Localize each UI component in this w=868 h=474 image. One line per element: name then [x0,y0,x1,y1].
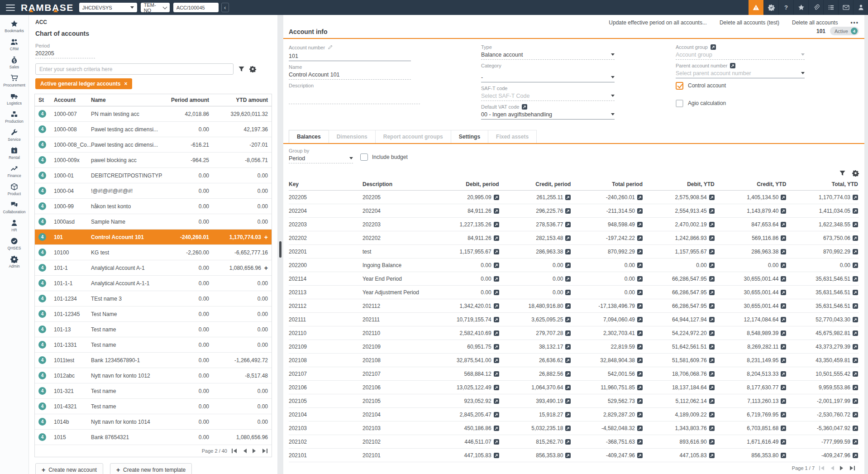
drilldown-link-icon[interactable] [637,398,643,404]
drilldown-link-icon[interactable] [637,385,643,390]
drilldown-link-icon[interactable] [853,344,858,350]
panel-scrollbar[interactable] [277,15,283,474]
control-account-checkbox[interactable] [676,82,683,90]
drilldown-link-icon[interactable] [565,412,571,417]
balance-row[interactable]: 2021122021121,342,420.0118,480,916.80-17… [289,299,859,313]
drilldown-link-icon[interactable] [565,208,571,214]
drilldown-link-icon[interactable] [637,235,643,241]
balance-row[interactable]: 202114Year End Period0.000.000.0066,286,… [289,272,859,286]
drilldown-link-icon[interactable] [853,453,858,458]
app-logo[interactable]: RAMBASE [21,0,74,15]
drilldown-link-icon[interactable] [781,208,786,214]
drilldown-link-icon[interactable] [709,398,715,404]
list-icon[interactable] [823,0,838,15]
drilldown-link-icon[interactable] [709,426,715,431]
prev-page-button[interactable] [242,448,247,454]
sidebar-item-qhses[interactable]: QHSES [0,235,29,253]
filter-chip[interactable]: Active general ledger accounts × [35,78,132,89]
favorites-star-icon[interactable] [793,0,808,15]
account-row[interactable]: 41014bNytt navn for konto 10140.000.00 [35,414,272,430]
account-row[interactable]: 4101-1331Test name0.000.00 [35,337,272,353]
include-budget-checkbox-row[interactable]: Include budget [360,153,408,161]
balance-row[interactable]: 20220520220520,995.09261,255.11-240,260.… [289,191,859,204]
drilldown-link-icon[interactable] [781,276,786,282]
alert-icon[interactable] [749,0,763,15]
agio-calculation-checkbox-row[interactable]: Agio calculation [676,100,859,107]
drilldown-link-icon[interactable] [494,195,499,200]
tab-dimensions[interactable]: Dimensions [329,130,376,143]
drilldown-link-icon[interactable] [781,398,786,404]
drilldown-link-icon[interactable] [565,235,571,241]
tab-report-account-groups[interactable]: Report account groups [375,130,451,143]
sidebar-item-bookmarks[interactable]: Bookmarks [0,17,29,35]
drilldown-link-icon[interactable] [637,412,643,417]
balance-row[interactable]: 2021042021042,845,205.4715,918.272,829,2… [289,408,859,421]
sidebar-item-collaboration[interactable]: Collaboration [0,198,29,216]
sidebar-item-service[interactable]: Service [0,126,29,144]
drilldown-link-icon[interactable] [494,276,499,282]
account-row[interactable]: 41000-009xpawel blocking acc-964.25-8,05… [35,153,272,168]
drilldown-link-icon[interactable] [637,276,643,282]
open-link-icon[interactable] [711,44,716,50]
drilldown-link-icon[interactable] [494,235,499,241]
tab-fixed-assets[interactable]: Fixed assets [488,130,537,143]
drilldown-link-icon[interactable] [709,290,715,295]
drilldown-link-icon[interactable] [709,222,715,227]
balance-row[interactable]: 202102202102446,511.07815,262.70-368,751… [289,435,859,449]
agio-calculation-checkbox[interactable] [676,100,683,107]
drilldown-link-icon[interactable] [494,303,499,309]
drilldown-link-icon[interactable] [565,276,571,282]
account-row[interactable]: 41011testBank 1234567890-10.00-1,266,492… [35,353,272,368]
drilldown-link-icon[interactable] [637,371,643,377]
drilldown-link-icon[interactable] [853,263,858,268]
balance-row[interactable]: 20220420220484,911.26296,225.76-211,314.… [289,204,859,218]
last-page-button[interactable] [262,448,267,454]
drilldown-link-icon[interactable] [565,290,571,295]
drilldown-link-icon[interactable] [709,439,715,445]
drilldown-link-icon[interactable] [565,358,571,363]
first-page-button[interactable] [820,465,825,471]
drilldown-link-icon[interactable] [709,371,715,377]
drilldown-link-icon[interactable] [637,290,643,295]
drilldown-link-icon[interactable] [781,303,786,309]
balance-row[interactable]: 202113Year Adjustment Period0.000.000.00… [289,286,859,299]
drilldown-link-icon[interactable] [853,303,858,309]
paperclip-icon[interactable] [808,0,823,15]
sidebar-item-admin[interactable]: Admin [0,253,29,271]
create-from-template-button[interactable]: +Create new from template [110,463,192,474]
expand-plus-icon[interactable]: + [264,234,268,241]
drilldown-link-icon[interactable] [637,344,643,350]
tab-settings[interactable]: Settings [451,130,488,143]
account-row[interactable]: 4101-4321Test name0.000.00 [35,399,272,414]
balance-row[interactable]: 2022032022031,227,135.26278,536.77948,59… [289,218,859,231]
help-icon[interactable]: ? [778,0,793,15]
drilldown-link-icon[interactable] [709,235,715,241]
include-budget-checkbox[interactable] [360,153,368,161]
drilldown-link-icon[interactable] [637,195,643,200]
drilldown-link-icon[interactable] [637,303,643,309]
control-account-checkbox-row[interactable]: Control account [676,82,859,90]
drilldown-link-icon[interactable] [781,317,786,322]
drilldown-link-icon[interactable] [565,385,571,390]
period-field[interactable]: Period 202205 [35,43,95,58]
scrollbar-thumb[interactable] [279,241,281,258]
drilldown-link-icon[interactable] [853,371,858,377]
account-row[interactable]: 4101-321Test name0.000.00 [35,383,272,399]
drilldown-link-icon[interactable] [565,439,571,445]
user-icon[interactable] [853,0,868,15]
account-row[interactable]: 4101-13Test name0.000.00 [35,322,272,337]
drilldown-link-icon[interactable] [494,330,499,336]
drilldown-link-icon[interactable] [709,303,715,309]
sidebar-item-finance[interactable]: Finance [0,162,29,180]
drilldown-link-icon[interactable] [565,330,571,336]
drilldown-link-icon[interactable] [494,426,499,431]
drilldown-link-icon[interactable] [494,358,499,363]
account-row[interactable]: 41000-04!@#!@#!@#!@#!0.000.00 [35,183,272,199]
balance-row[interactable]: 202200Ingoing Balance0.000.000.000.000.0… [289,259,859,272]
drilldown-link-icon[interactable] [853,208,858,214]
sidebar-item-crm[interactable]: CRM [0,35,29,53]
drilldown-link-icon[interactable] [637,358,643,363]
prev-page-button[interactable] [830,465,835,471]
drilldown-link-icon[interactable] [709,249,715,254]
drilldown-link-icon[interactable] [494,453,499,458]
